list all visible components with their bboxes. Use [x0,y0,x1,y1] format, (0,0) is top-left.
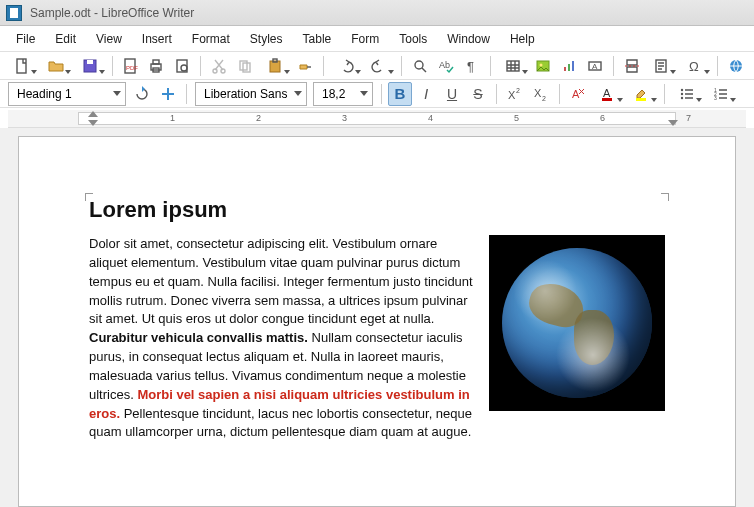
svg-rect-6 [153,60,159,64]
svg-text:PDF: PDF [126,65,138,71]
undo-button[interactable] [330,54,362,78]
separator [401,56,402,76]
redo-button[interactable] [364,54,396,78]
svg-text:¶: ¶ [467,59,474,74]
separator [496,84,497,104]
svg-text:X: X [534,87,542,99]
new-button[interactable] [6,54,38,78]
separator [323,56,324,76]
numbered-list-button[interactable]: 123 [705,82,737,106]
page[interactable]: Lorem ipsum Dolor sit amet, consectetur … [18,136,736,507]
menu-format[interactable]: Format [182,28,240,50]
cut-button[interactable] [207,54,231,78]
export-pdf-button[interactable]: PDF [119,54,143,78]
insert-field-button[interactable] [645,54,677,78]
svg-text:2: 2 [542,95,546,102]
paragraph-style-combo[interactable]: Heading 1 [8,82,126,106]
window-title: Sample.odt - LibreOffice Writer [30,6,194,20]
ruler-tick: 7 [686,113,691,123]
separator [200,56,201,76]
spellcheck-button[interactable]: Ab [434,54,458,78]
strikethrough-button[interactable]: S [466,82,490,106]
svg-point-10 [213,69,217,73]
save-button[interactable] [74,54,106,78]
font-size-combo[interactable]: 18,2 [313,82,373,106]
separator [664,84,665,104]
separator [490,56,491,76]
svg-text:A: A [592,62,598,71]
svg-point-11 [221,69,225,73]
menu-tools[interactable]: Tools [389,28,437,50]
standard-toolbar: PDF Ab ¶ A Ω [0,52,754,80]
font-name-value: Liberation Sans [204,87,287,101]
right-indent-marker[interactable] [668,120,678,126]
menu-form[interactable]: Form [341,28,389,50]
italic-button[interactable]: I [414,82,438,106]
svg-rect-19 [507,61,519,71]
app-icon [6,5,22,21]
formatting-marks-button[interactable]: ¶ [460,54,484,78]
svg-rect-2 [87,60,93,64]
open-button[interactable] [40,54,72,78]
svg-point-38 [681,88,683,90]
find-button[interactable] [408,54,432,78]
svg-text:X: X [508,89,516,101]
print-button[interactable] [144,54,168,78]
menu-edit[interactable]: Edit [45,28,86,50]
svg-rect-0 [17,59,26,73]
menu-table[interactable]: Table [293,28,342,50]
margin-corner [661,193,669,201]
svg-rect-24 [572,61,574,71]
document-workarea[interactable]: Lorem ipsum Dolor sit amet, consectetur … [0,128,754,507]
underline-button[interactable]: U [440,82,464,106]
new-style-button[interactable] [156,82,180,106]
bold-button[interactable]: B [388,82,412,106]
menu-help[interactable]: Help [500,28,545,50]
bullet-list-button[interactable] [671,82,703,106]
first-line-indent-marker[interactable] [88,111,98,117]
insert-image-button[interactable] [531,54,555,78]
svg-point-21 [539,63,542,66]
insert-chart-button[interactable] [557,54,581,78]
page-break-button[interactable] [620,54,644,78]
update-style-button[interactable] [130,82,154,106]
highlight-color-button[interactable] [626,82,658,106]
svg-text:Ω: Ω [689,59,699,74]
svg-rect-37 [636,98,646,101]
svg-rect-23 [568,64,570,71]
superscript-button[interactable]: X2 [503,82,527,106]
ruler-tick: 3 [342,113,347,123]
separator [559,84,560,104]
inserted-image-earth[interactable] [489,235,665,411]
menu-view[interactable]: View [86,28,132,50]
font-name-combo[interactable]: Liberation Sans [195,82,307,106]
menu-styles[interactable]: Styles [240,28,293,50]
clone-formatting-button[interactable] [293,54,317,78]
menu-insert[interactable]: Insert [132,28,182,50]
ruler-tick: 6 [600,113,605,123]
separator [186,84,187,104]
insert-textbox-button[interactable]: A [583,54,607,78]
menu-file[interactable]: File [6,28,45,50]
horizontal-ruler[interactable]: 1 2 3 4 5 6 7 [8,110,746,128]
heading-1[interactable]: Lorem ipsum [89,197,665,223]
paste-button[interactable] [259,54,291,78]
menu-window[interactable]: Window [437,28,500,50]
hyperlink-button[interactable] [724,54,748,78]
document-body[interactable]: Lorem ipsum Dolor sit amet, consectetur … [89,197,665,442]
menubar: File Edit View Insert Format Styles Tabl… [0,26,754,52]
formatting-toolbar: Heading 1 Liberation Sans 18,2 B I U S X… [0,80,754,108]
copy-button[interactable] [233,54,257,78]
special-char-button[interactable]: Ω [679,54,711,78]
subscript-button[interactable]: X2 [529,82,553,106]
text-run: Dolor sit amet, consectetur adipiscing e… [89,236,473,326]
ruler-tick: 5 [514,113,519,123]
svg-point-40 [681,96,683,98]
svg-point-39 [681,92,683,94]
left-indent-marker[interactable] [88,120,98,126]
font-color-button[interactable]: A [592,82,624,106]
insert-table-button[interactable] [497,54,529,78]
clear-formatting-button[interactable]: A [566,82,590,106]
text-run: Pellentesque tincidunt, lacus nec lobort… [89,406,472,440]
print-preview-button[interactable] [170,54,194,78]
